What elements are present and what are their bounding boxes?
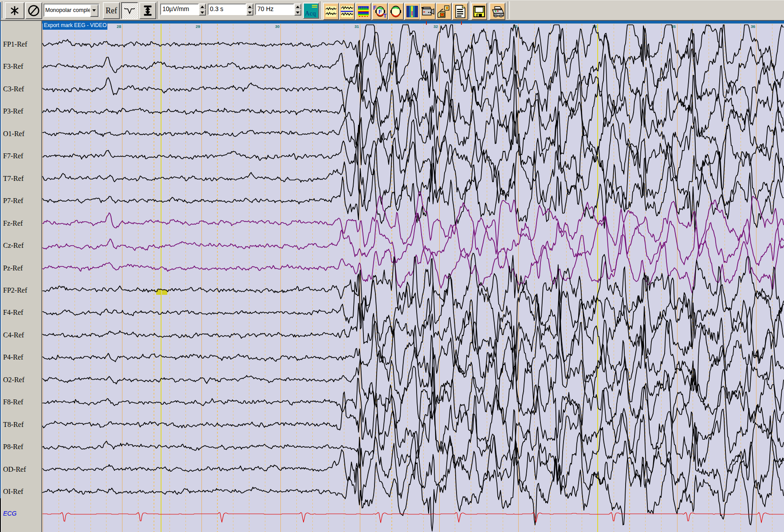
svg-text:28: 28 [117, 24, 121, 29]
svg-text:31: 31 [355, 24, 359, 29]
svg-text:32: 32 [433, 24, 438, 29]
svg-text:29: 29 [196, 24, 200, 29]
svg-text:36: 36 [751, 24, 755, 29]
svg-text:30: 30 [275, 24, 280, 29]
